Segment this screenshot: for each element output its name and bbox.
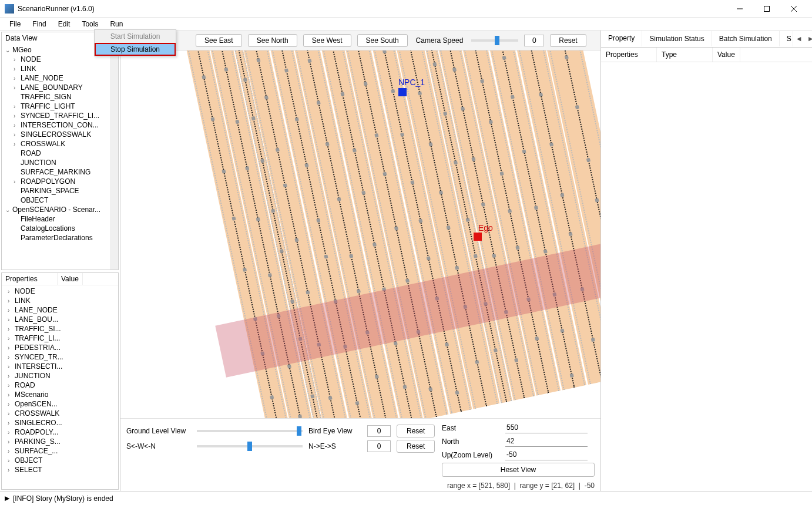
property-item[interactable]: ›NODE: [3, 287, 117, 296]
chevron-right-icon[interactable]: ›: [8, 335, 15, 342]
entity-ego[interactable]: [474, 233, 482, 241]
tab-simulation-status[interactable]: Simulation Status: [642, 31, 712, 46]
close-button[interactable]: [780, 0, 807, 18]
tree-item[interactable]: ›LANE_BOUNDARY: [3, 83, 117, 92]
chevron-right-icon[interactable]: ›: [14, 132, 21, 138]
tree-item[interactable]: ›TRAFFIC_LIGHT: [3, 102, 117, 111]
property-item[interactable]: ›ROAD: [3, 381, 117, 390]
status-expand-icon[interactable]: ▶: [5, 494, 9, 502]
tab-batch-simulation[interactable]: Batch Simulation: [712, 31, 780, 46]
chevron-right-icon[interactable]: ›: [14, 103, 21, 110]
entity-npc-1[interactable]: [398, 88, 407, 96]
direction-value[interactable]: 0: [367, 440, 391, 452]
property-item[interactable]: ›TRAFFIC_SI...: [3, 324, 117, 334]
view-angle-value[interactable]: 0: [367, 425, 391, 437]
chevron-right-icon[interactable]: ›: [14, 56, 21, 63]
tree-item[interactable]: SURFACE_MARKING: [3, 167, 117, 177]
see-north-button[interactable]: See North: [248, 34, 297, 47]
chevron-right-icon[interactable]: ›: [8, 420, 15, 426]
reset-view-button[interactable]: Heset View: [442, 463, 595, 477]
tree-item[interactable]: ›ROADPOLYGON: [3, 177, 117, 186]
tree-item[interactable]: ›SYNCED_TRAFFIC_LI...: [3, 111, 117, 120]
east-input[interactable]: [505, 422, 588, 433]
property-item[interactable]: ›LANE_NODE: [3, 305, 117, 315]
chevron-right-icon[interactable]: ›: [8, 467, 15, 473]
tree-item[interactable]: ›SINGLECROSSWALK: [3, 130, 117, 139]
chevron-right-icon[interactable]: ›: [8, 317, 15, 323]
chevron-right-icon[interactable]: ›: [8, 345, 15, 351]
property-item[interactable]: ›SINGLECRO...: [3, 418, 117, 427]
map-viewport[interactable]: NPC_1 Ego: [120, 51, 600, 418]
data-view-tree[interactable]: ⌄MGeo›NODE›LINK›LANE_NODE›LANE_BOUNDARYT…: [2, 44, 118, 244]
chevron-right-icon[interactable]: ›: [8, 373, 15, 379]
menu-edit[interactable]: Edit: [52, 19, 76, 29]
up-input[interactable]: [505, 449, 588, 460]
chevron-right-icon[interactable]: ›: [8, 448, 15, 455]
view-reset-button[interactable]: Reset: [397, 425, 435, 437]
maximize-button[interactable]: [753, 0, 780, 18]
direction-slider[interactable]: [197, 445, 303, 447]
property-item[interactable]: ›LANE_BOU...: [3, 315, 117, 324]
chevron-right-icon[interactable]: ›: [14, 85, 21, 91]
chevron-down-icon[interactable]: ⌄: [5, 207, 12, 213]
chevron-right-icon[interactable]: ›: [14, 66, 21, 72]
properties-list[interactable]: ›NODE›LINK›LANE_NODE›LANE_BOU...›TRAFFIC…: [2, 285, 118, 476]
property-item[interactable]: ›TRAFFIC_LI...: [3, 334, 117, 343]
chevron-right-icon[interactable]: ›: [8, 457, 15, 464]
scrollbar[interactable]: [110, 32, 118, 270]
north-input[interactable]: [505, 436, 588, 447]
property-item[interactable]: ›CROSSWALK: [3, 409, 117, 418]
chevron-right-icon[interactable]: ›: [14, 141, 21, 147]
chevron-right-icon[interactable]: ›: [8, 288, 15, 295]
property-item[interactable]: ›LINK: [3, 296, 117, 305]
tabs-scroll-right-icon[interactable]: ►: [805, 32, 812, 45]
chevron-right-icon[interactable]: ›: [8, 363, 15, 370]
menu-tools[interactable]: Tools: [76, 19, 104, 29]
camera-speed-slider[interactable]: [471, 39, 518, 42]
property-item[interactable]: ›PEDESTRIA...: [3, 343, 117, 352]
direction-reset-button[interactable]: Reset: [397, 440, 435, 453]
tree-item[interactable]: ›LANE_NODE: [3, 73, 117, 83]
chevron-right-icon[interactable]: ›: [14, 113, 21, 119]
menu-find[interactable]: Find: [26, 19, 52, 29]
stop-simulation-item[interactable]: Stop Simulation: [95, 43, 176, 56]
property-item[interactable]: ›PARKING_S...: [3, 437, 117, 446]
property-item[interactable]: ›SYNCED_TR...: [3, 352, 117, 362]
camera-speed-value[interactable]: 0: [524, 35, 544, 46]
tree-item[interactable]: PARKING_SPACE: [3, 186, 117, 196]
tree-item[interactable]: ›LINK: [3, 64, 117, 73]
chevron-right-icon[interactable]: ›: [8, 298, 15, 304]
chevron-right-icon[interactable]: ›: [14, 179, 21, 185]
chevron-right-icon[interactable]: ›: [8, 354, 15, 361]
property-item[interactable]: ›JUNCTION: [3, 371, 117, 381]
tabs-scroll-left-icon[interactable]: ◄: [793, 32, 805, 45]
see-west-button[interactable]: See West: [303, 34, 351, 47]
property-item[interactable]: ›INTERSECTI...: [3, 362, 117, 371]
see-south-button[interactable]: See South: [357, 34, 408, 47]
tree-item[interactable]: TRAFFIC_SIGN: [3, 92, 117, 102]
chevron-right-icon[interactable]: ›: [8, 307, 15, 314]
minimize-button[interactable]: [726, 0, 753, 18]
menu-run[interactable]: Run: [104, 19, 129, 29]
tree-item[interactable]: FileHeader: [3, 214, 117, 224]
property-item[interactable]: ›OpenSCEN...: [3, 399, 117, 409]
tab-property[interactable]: Property: [601, 31, 642, 47]
chevron-right-icon[interactable]: ›: [14, 122, 21, 129]
tree-item[interactable]: ParameterDeclarations: [3, 233, 117, 243]
property-item[interactable]: ›SELECT: [3, 465, 117, 474]
chevron-right-icon[interactable]: ›: [8, 429, 15, 436]
camera-reset-button[interactable]: Reset: [550, 34, 586, 47]
view-angle-slider[interactable]: [197, 430, 303, 432]
see-east-button[interactable]: See East: [196, 34, 242, 47]
chevron-right-icon[interactable]: ›: [8, 410, 15, 417]
tree-item[interactable]: ROAD: [3, 149, 117, 158]
tree-item[interactable]: ›CROSSWALK: [3, 139, 117, 149]
property-item[interactable]: ›OBJECT: [3, 456, 117, 465]
tree-item[interactable]: ›INTERSECTION_CON...: [3, 120, 117, 130]
property-item[interactable]: ›SURFACE_...: [3, 446, 117, 456]
property-item[interactable]: ›ROADPOLY...: [3, 427, 117, 437]
chevron-right-icon[interactable]: ›: [8, 382, 15, 389]
chevron-down-icon[interactable]: ⌄: [5, 47, 12, 53]
property-item[interactable]: ›MScenario: [3, 390, 117, 399]
tree-item[interactable]: CatalogLocations: [3, 224, 117, 233]
